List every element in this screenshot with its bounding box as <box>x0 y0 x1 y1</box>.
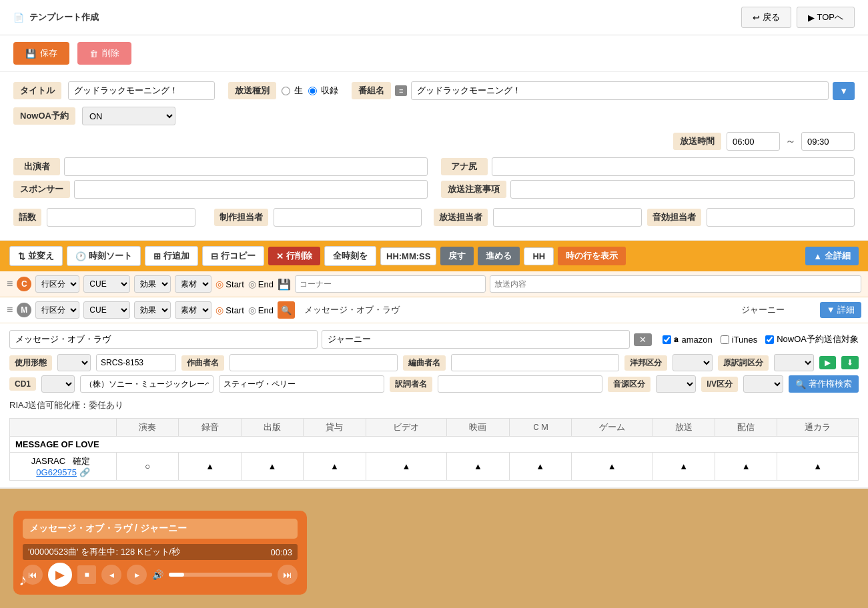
time-sort-button[interactable]: 🕐 時刻ソート <box>67 246 141 266</box>
time-start-input[interactable] <box>727 132 780 151</box>
time-format-button[interactable]: HH:MM:SS <box>380 247 436 265</box>
copy-row-button[interactable]: ⊟ 行コピー <box>202 246 264 266</box>
yakusha-input[interactable] <box>438 375 603 393</box>
row-c-content-input[interactable] <box>490 275 861 293</box>
onkyo-label: 音効担当者 <box>647 209 701 226</box>
sakukyoku-input[interactable] <box>230 354 398 371</box>
row-c-koka-select[interactable]: 効果 <box>134 275 171 293</box>
player-stop-button[interactable]: ■ <box>77 565 96 584</box>
row-c-save-icon[interactable]: 💾 <box>278 278 291 291</box>
housoutan-input[interactable] <box>493 208 642 227</box>
row-m-end-icon[interactable]: ◎ <box>248 305 256 315</box>
row-m-cue-select[interactable]: CUE <box>83 301 130 319</box>
play-button[interactable]: ▶ <box>819 356 836 369</box>
shiyou-select[interactable] <box>57 354 91 371</box>
copyright-search-button[interactable]: 🔍 著作権検索 <box>789 375 859 393</box>
housou-chuui-input[interactable] <box>510 180 855 199</box>
bangumi-icon[interactable]: ≡ <box>395 85 407 96</box>
clock-icon: 🕐 <box>75 251 86 261</box>
shutsuen-input[interactable] <box>64 157 428 176</box>
sort-button[interactable]: ⇅ 並変え <box>9 246 63 266</box>
del-row-button[interactable]: ✕ 行削除 <box>268 247 320 265</box>
download-button[interactable]: ⬇ <box>841 356 859 369</box>
nowoa-checkbox[interactable] <box>765 335 774 344</box>
save-button[interactable]: 💾 保存 <box>13 42 69 65</box>
gensaku-select[interactable] <box>774 354 814 371</box>
forward-time-button[interactable]: 進める <box>478 247 520 265</box>
row-m-koka-select[interactable]: 効果 <box>134 301 171 319</box>
all-time-button[interactable]: 全時刻を <box>324 246 376 266</box>
player-next-button[interactable]: ▸ <box>127 565 147 585</box>
row-c-sozai-select[interactable]: 素材 <box>175 275 211 293</box>
youhou-select[interactable] <box>673 354 713 371</box>
itunes-check-label[interactable]: iTunes <box>721 335 758 345</box>
player-skip-fwd-button[interactable]: ⏭ <box>278 565 298 585</box>
row-c-end-icon[interactable]: ◎ <box>248 279 256 289</box>
amazon-checkbox[interactable] <box>663 335 671 344</box>
row-c-cue-select[interactable]: CUE <box>83 275 130 293</box>
row-c-handle[interactable]: ≡ <box>7 278 13 290</box>
composer-input[interactable] <box>219 375 384 393</box>
back-time-button[interactable]: 戻す <box>440 247 474 265</box>
th-CM: ＣＭ <box>509 419 571 437</box>
nowoa-select[interactable]: ON OFF <box>82 107 175 125</box>
sort-icon: ⇅ <box>18 251 25 261</box>
row-m-handle[interactable]: ≡ <box>7 304 13 316</box>
hh-button[interactable]: HH <box>524 247 554 265</box>
henkyo-label: 編曲者名 <box>403 355 446 371</box>
player-progress-fill <box>169 573 184 577</box>
performers-right: アナ尻 放送注意事項 <box>441 157 855 203</box>
housoujikan-row: 放送時間 ～ <box>13 132 855 151</box>
rights-ビデオ: ▲ <box>366 453 447 481</box>
jasrac-code-link[interactable]: 0G629575 <box>36 467 77 477</box>
seisaku-input[interactable] <box>274 208 422 227</box>
player-play-button[interactable]: ▶ <box>48 563 72 587</box>
top-button[interactable]: ▶ TOPへ <box>797 7 855 28</box>
bangumi-input[interactable] <box>411 81 829 100</box>
row-m-start-icon[interactable]: ◎ <box>215 305 224 315</box>
all-detail-button[interactable]: ▲ 全詳細 <box>805 247 859 265</box>
player-prev-button[interactable]: ◂ <box>101 565 121 585</box>
itunes-checkbox[interactable] <box>721 335 729 344</box>
bangumi-expand-button[interactable]: ▼ <box>833 82 855 100</box>
time-end-input[interactable] <box>801 132 855 151</box>
title-input[interactable] <box>68 81 215 100</box>
radio-live[interactable] <box>282 87 290 95</box>
publisher-input[interactable] <box>80 375 213 393</box>
iv-select[interactable] <box>743 375 783 393</box>
show-time-button[interactable]: 時の行を表示 <box>558 247 626 265</box>
delete-button[interactable]: 🗑 削除 <box>77 42 131 65</box>
add-row-button[interactable]: ⊞ 行追加 <box>145 246 198 266</box>
sponsor-input[interactable] <box>74 180 428 199</box>
shiyou-input[interactable] <box>96 354 176 371</box>
amazon-check-label[interactable]: 𝐚 amazon <box>663 334 712 345</box>
row-m-badge: M <box>17 303 31 317</box>
song-detail-panel: ✕ 𝐚 amazon iTunes NowOA予約送信対象 <box>0 323 868 488</box>
nowoa-check-label[interactable]: NowOA予約送信対象 <box>765 333 859 345</box>
back-button[interactable]: ↩ 戻る <box>741 7 791 28</box>
shutsuen-label: 出演者 <box>13 158 60 175</box>
ana-input[interactable] <box>492 157 855 176</box>
row-m-sozai-select[interactable]: 素材 <box>175 301 211 319</box>
cue-area: ≡ C 行区分 CUE 効果 素材 ◎ Start ◎ End 💾 <box>0 271 868 489</box>
housou-chuui-row: 放送注意事項 <box>441 180 855 199</box>
song-title-input[interactable] <box>9 330 318 349</box>
onkyo-input[interactable] <box>707 208 855 227</box>
cd-select[interactable] <box>41 375 75 393</box>
ongen-select[interactable] <box>656 375 696 393</box>
detail-expand-icon: ▲ <box>813 251 822 261</box>
henkyo-input[interactable] <box>451 354 619 371</box>
search-icon: 🔍 <box>795 379 806 389</box>
row-m-detail-button[interactable]: ▼ 詳細 <box>820 302 861 318</box>
cue-row-m: ≡ M 行区分 CUE 効果 素材 ◎ Start ◎ End 🔍 <box>0 297 868 323</box>
row-c-start-icon[interactable]: ◎ <box>215 279 224 289</box>
kasuu-input[interactable] <box>47 208 195 227</box>
row-c-corner-input[interactable] <box>295 275 486 293</box>
song-close-button[interactable]: ✕ <box>634 333 652 346</box>
song-artist-input[interactable] <box>322 330 630 349</box>
row-c-gyouku-select[interactable]: 行区分 <box>35 275 79 293</box>
row-m-search-button[interactable]: 🔍 <box>278 301 295 319</box>
row-m-gyouku-select[interactable]: 行区分 <box>35 301 79 319</box>
player-progress-bar[interactable] <box>169 573 272 577</box>
radio-recorded[interactable] <box>308 87 317 95</box>
